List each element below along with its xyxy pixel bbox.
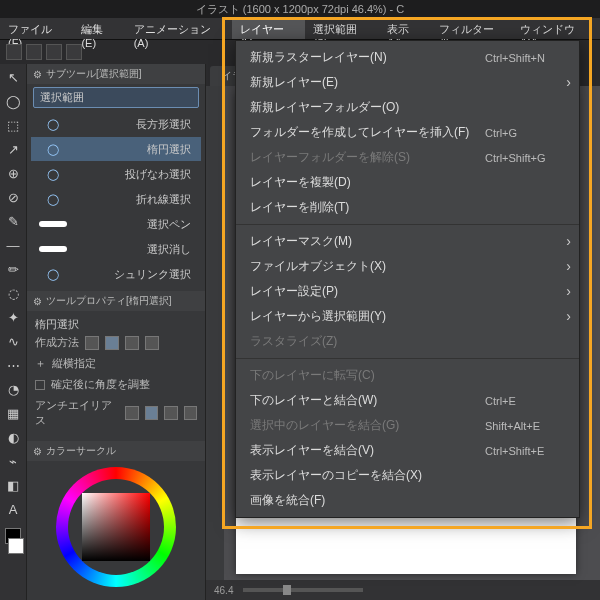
menu-編集[interactable]: 編集(E) — [73, 18, 125, 39]
subtool-item[interactable]: ◯投げなわ選択 — [31, 162, 201, 186]
gear-icon[interactable] — [33, 296, 42, 307]
subtool-item[interactable]: 選択消し — [31, 237, 201, 261]
mode-icon[interactable] — [145, 406, 158, 420]
menu-shortcut: Ctrl+G — [485, 127, 565, 139]
menu-item[interactable]: レイヤーマスク(M) — [236, 229, 579, 254]
menu-item[interactable]: レイヤーを複製(D) — [236, 170, 579, 195]
mode-icon[interactable] — [125, 336, 139, 350]
menu-ファイル[interactable]: ファイル(F) — [0, 18, 73, 39]
toolbar-icon[interactable] — [26, 44, 42, 60]
menu-item-label: 新規レイヤーフォルダー(O) — [250, 99, 565, 116]
menu-shortcut: Shift+Alt+E — [485, 420, 565, 432]
menu-shortcut: Ctrl+Shift+G — [485, 152, 565, 164]
zoom-slider[interactable] — [243, 588, 363, 592]
mode-icon[interactable] — [145, 336, 159, 350]
menu-item-label: 新規レイヤー(E) — [250, 74, 565, 91]
colorcircle-header: カラーサークル — [27, 441, 205, 461]
menu-item[interactable]: 画像を統合(F) — [236, 488, 579, 513]
tool-icon[interactable]: ✦ — [4, 308, 22, 326]
tool-icon[interactable]: A — [4, 500, 22, 518]
color-circle[interactable] — [56, 467, 176, 587]
mode-icon[interactable] — [164, 406, 177, 420]
tool-icon[interactable]: ◯ — [4, 92, 22, 110]
subtool-tab[interactable]: 選択範囲 — [33, 87, 199, 108]
menu-ウィンドウ[interactable]: ウィンドウ(W) — [512, 18, 600, 39]
tool-icon[interactable]: ⬚ — [4, 116, 22, 134]
menu-item[interactable]: 表示レイヤーのコピーを結合(X) — [236, 463, 579, 488]
tool-icon[interactable]: — — [4, 236, 22, 254]
menu-separator — [236, 358, 579, 359]
subtool-icon: ◯ — [39, 164, 67, 184]
mode-icon[interactable] — [85, 336, 99, 350]
toolprop-row[interactable]: 作成方法 — [35, 332, 197, 353]
menu-item-label: レイヤーフォルダーを解除(S) — [250, 149, 485, 166]
tool-icon[interactable]: ↗ — [4, 140, 22, 158]
subtool-header: サブツール[選択範囲] — [27, 64, 205, 84]
menu-item[interactable]: レイヤーから選択範囲(Y) — [236, 304, 579, 329]
menu-item-label: レイヤーを複製(D) — [250, 174, 565, 191]
toolbar-icon[interactable] — [6, 44, 22, 60]
tool-icon[interactable]: ✎ — [4, 212, 22, 230]
menu-item[interactable]: 新規ラスターレイヤー(N)Ctrl+Shift+N — [236, 45, 579, 70]
toolbar-icon[interactable] — [46, 44, 62, 60]
menu-item[interactable]: レイヤー設定(P) — [236, 279, 579, 304]
subtool-label: 投げなわ選択 — [73, 167, 197, 182]
menu-item-label: 下のレイヤーに転写(C) — [250, 367, 565, 384]
menu-item[interactable]: フォルダーを作成してレイヤーを挿入(F)Ctrl+G — [236, 120, 579, 145]
menu-separator — [236, 224, 579, 225]
tool-icon[interactable]: ↖ — [4, 68, 22, 86]
tool-icon[interactable]: ∿ — [4, 332, 22, 350]
toolprop-row[interactable]: ＋縦横指定 — [35, 353, 197, 374]
menu-item[interactable]: 表示レイヤーを結合(V)Ctrl+Shift+E — [236, 438, 579, 463]
subtool-label: 楕円選択 — [73, 142, 197, 157]
subtool-item[interactable]: ◯シュリンク選択 — [31, 262, 201, 286]
subtool-icon — [39, 239, 67, 259]
status-bar: 46.4 — [206, 580, 600, 600]
menu-item: 下のレイヤーに転写(C) — [236, 363, 579, 388]
tool-icon[interactable]: ◌ — [4, 284, 22, 302]
subtool-item[interactable]: 選択ペン — [31, 212, 201, 236]
gear-icon[interactable] — [33, 69, 42, 80]
menu-item[interactable]: ファイルオブジェクト(X) — [236, 254, 579, 279]
tool-icon[interactable]: ◧ — [4, 476, 22, 494]
menu-item[interactable]: 新規レイヤーフォルダー(O) — [236, 95, 579, 120]
menu-item-label: レイヤーを削除(T) — [250, 199, 565, 216]
sv-square[interactable] — [82, 493, 150, 561]
subtool-list: ◯長方形選択◯楕円選択◯投げなわ選択◯折れ線選択選択ペン選択消し◯シュリンク選択 — [27, 111, 205, 287]
checkbox-icon[interactable] — [35, 380, 45, 390]
subtool-item[interactable]: ◯折れ線選択 — [31, 187, 201, 211]
tool-icon[interactable]: ◔ — [4, 380, 22, 398]
mode-icon[interactable] — [184, 406, 197, 420]
menu-レイヤー[interactable]: レイヤー(L) — [232, 18, 305, 39]
bg-swatch[interactable] — [8, 538, 24, 554]
subtool-label: 選択ペン — [73, 217, 197, 232]
menu-item: レイヤーフォルダーを解除(S)Ctrl+Shift+G — [236, 145, 579, 170]
menu-アニメーション[interactable]: アニメーション(A) — [126, 18, 233, 39]
tool-icon[interactable]: ◐ — [4, 428, 22, 446]
toolbar-icon[interactable] — [66, 44, 82, 60]
mode-icon[interactable] — [125, 406, 138, 420]
tool-icon[interactable]: ⊘ — [4, 188, 22, 206]
tool-icon[interactable]: ▦ — [4, 404, 22, 422]
prop-label: 確定後に角度を調整 — [51, 377, 150, 392]
zoom-value: 46.4 — [214, 585, 233, 596]
menu-item[interactable]: 新規レイヤー(E) — [236, 70, 579, 95]
menu-item[interactable]: 下のレイヤーと結合(W)Ctrl+E — [236, 388, 579, 413]
menu-選択範囲[interactable]: 選択範囲(S) — [305, 18, 379, 39]
menu-表示[interactable]: 表示(V) — [379, 18, 431, 39]
menu-フィルター[interactable]: フィルター(I) — [431, 18, 512, 39]
gear-icon[interactable] — [33, 446, 42, 457]
subtool-item[interactable]: ◯長方形選択 — [31, 112, 201, 136]
prop-label: アンチエイリアス — [35, 398, 119, 428]
tool-icon[interactable]: ⋯ — [4, 356, 22, 374]
menu-item-label: レイヤーマスク(M) — [250, 233, 565, 250]
toolprop-row[interactable]: アンチエイリアス — [35, 395, 197, 431]
ruler-vertical — [206, 86, 224, 580]
tool-icon[interactable]: ⌁ — [4, 452, 22, 470]
toolprop-row[interactable]: 確定後に角度を調整 — [35, 374, 197, 395]
mode-icon[interactable] — [105, 336, 119, 350]
menu-item[interactable]: レイヤーを削除(T) — [236, 195, 579, 220]
subtool-item[interactable]: ◯楕円選択 — [31, 137, 201, 161]
tool-icon[interactable]: ✏ — [4, 260, 22, 278]
tool-icon[interactable]: ⊕ — [4, 164, 22, 182]
